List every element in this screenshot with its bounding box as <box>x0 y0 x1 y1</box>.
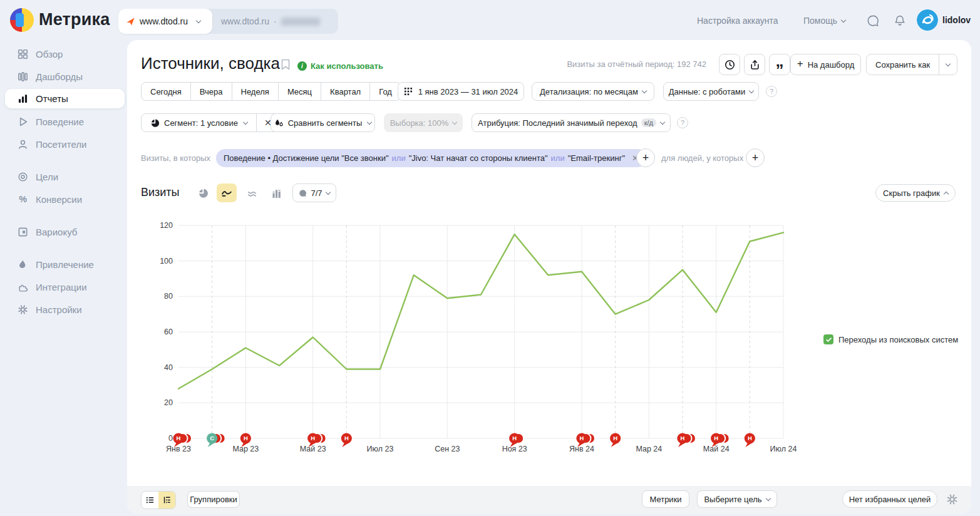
period-preset-вчера[interactable]: Вчера <box>191 83 232 100</box>
compare-segments-dropdown[interactable]: Сравнить сегменты <box>271 113 375 132</box>
export-button[interactable] <box>744 54 765 75</box>
clock-icon <box>725 59 735 70</box>
svg-text:Мар 24: Мар 24 <box>636 445 662 453</box>
help-question-icon[interactable]: ? <box>677 117 688 128</box>
list-view-button[interactable] <box>142 492 158 508</box>
chevron-down-icon <box>196 18 201 23</box>
attraction-icon <box>18 259 28 270</box>
plus-icon: + <box>797 58 803 70</box>
add-people-condition-button[interactable]: + <box>746 148 765 167</box>
period-preset-квартал[interactable]: Квартал <box>321 83 370 100</box>
line-chart-canvas[interactable]: 020406080100120Янв 23Мар 23Май 23Июл 23С… <box>127 219 941 482</box>
sidebar-item-настройки[interactable]: Настройки <box>5 300 125 319</box>
sidebar-item-посетители[interactable]: Посетители <box>5 135 125 154</box>
counter-tab-active[interactable]: www.dtod.ru <box>118 9 212 34</box>
line-chart-icon <box>221 187 232 199</box>
favorite-goals-pill[interactable]: Нет избранных целей <box>842 490 937 508</box>
help-menu[interactable]: Помощь <box>803 16 845 26</box>
checkbox-checked-icon[interactable] <box>823 334 833 344</box>
legend-item-search-traffic[interactable]: Переходы из поисковых систем <box>823 334 958 344</box>
chart-type-pie-button[interactable] <box>193 183 213 202</box>
sidebar-item-дашборды[interactable]: Дашборды <box>5 67 125 86</box>
add-to-dashboard-button[interactable]: + На дашборд <box>790 54 861 75</box>
how-to-use-link[interactable]: i Как использовать <box>297 61 383 71</box>
metrics-button[interactable]: Метрики <box>642 490 689 508</box>
period-preset-год[interactable]: Год <box>370 83 401 100</box>
hide-chart-button[interactable]: Скрыть график <box>875 184 956 202</box>
period-preset-сегодня[interactable]: Сегодня <box>142 83 191 100</box>
chart-type-columns-button[interactable] <box>266 183 286 202</box>
period-preset-неделя[interactable]: Неделя <box>232 83 279 100</box>
sidebar-item-обзор[interactable]: Обзор <box>5 44 125 64</box>
chart-type-area-button[interactable] <box>242 183 262 202</box>
segment-group: Сегмент: 1 условие ✕ <box>141 113 280 132</box>
period-preset-месяц[interactable]: Месяц <box>279 83 321 100</box>
groupings-button[interactable]: Группировки <box>187 491 240 508</box>
sidebar-item-привлечение[interactable]: Привлечение <box>5 255 125 274</box>
sidebar-item-отчеты[interactable]: Отчеты <box>5 89 125 108</box>
save-as-menu-button[interactable] <box>939 54 957 75</box>
chip-condition-text: "Email-трекинг" <box>568 153 625 163</box>
svg-text:Ноя 23: Ноя 23 <box>502 445 527 453</box>
table-toolbar: Группировки Метрики Выберите цель Нет из… <box>127 486 971 513</box>
svg-text:Июл 24: Июл 24 <box>770 445 797 453</box>
chart-type-line-button[interactable] <box>217 183 237 202</box>
detail-dropdown[interactable]: Детализация: по месяцам <box>532 82 654 101</box>
svg-text:Май 23: Май 23 <box>300 445 326 453</box>
save-as-button[interactable]: Сохранить как <box>867 54 939 75</box>
tree-icon <box>162 495 172 505</box>
sidebar-item-вариокуб[interactable]: Вариокуб <box>5 222 125 242</box>
add-visit-condition-button[interactable]: + <box>636 148 655 167</box>
notifications-bell-icon[interactable] <box>894 14 906 27</box>
metrica-app: Метрика www.dtod.ru www.dtod.ru · Настро… <box>0 0 980 516</box>
filter-people-label: для людей, у которых <box>661 153 743 163</box>
segment-dropdown[interactable]: Сегмент: 1 условие <box>142 114 257 132</box>
tree-view-button[interactable] <box>158 492 175 508</box>
chevron-down-icon <box>765 495 770 500</box>
attribution-badge: к/д <box>641 118 656 127</box>
gear-icon[interactable] <box>946 493 958 505</box>
period-presets-group: СегодняВчераНеделяМесяцКварталГод <box>141 82 401 101</box>
annotations-button[interactable]: „ <box>769 54 790 75</box>
goals-icon <box>18 172 28 182</box>
attribution-dropdown[interactable]: Атрибуция: Последний значимый переход к/… <box>472 113 671 132</box>
how-to-use-label: Как использовать <box>311 61 383 71</box>
info-icon: i <box>297 61 307 71</box>
account-settings-link[interactable]: Настройка аккаунта <box>697 16 778 26</box>
help-question-icon[interactable]: ? <box>766 86 777 97</box>
sidebar-item-label: Обзор <box>36 49 63 59</box>
counter-tab2-label: www.dtod.ru <box>221 16 269 26</box>
data-mode-dropdown[interactable]: Данные: с роботами <box>663 82 759 101</box>
sidebar-item-цели[interactable]: Цели <box>5 167 125 187</box>
sidebar-item-интеграции[interactable]: Интеграции <box>5 277 125 297</box>
sidebar-nav: ОбзорДашбордыОтчетыПоведениеПосетителиЦе… <box>0 40 127 516</box>
compare-segments-label: Сравнить сегменты <box>288 118 363 128</box>
annotations-pages-dropdown[interactable]: 7/7 <box>292 183 336 202</box>
sidebar-item-конверсии[interactable]: %Конверсии <box>5 190 125 209</box>
svg-text:Н: Н <box>311 435 315 441</box>
svg-text:Н: Н <box>580 435 584 441</box>
svg-text:Н: Н <box>177 435 181 441</box>
chip-or-connector: или <box>551 153 565 163</box>
svg-text:С: С <box>210 435 214 441</box>
choose-goal-dropdown[interactable]: Выберите цель <box>697 490 777 508</box>
save-as-label: Сохранить как <box>875 60 930 70</box>
svg-text:100: 100 <box>160 257 173 266</box>
segment-pie-icon <box>150 118 160 128</box>
sidebar-item-label: Настройки <box>36 304 82 315</box>
droplets-icon <box>274 118 284 128</box>
history-clock-button[interactable] <box>719 54 740 75</box>
sampling-dropdown[interactable]: Выборка: 100% <box>384 113 463 132</box>
add-to-dashboard-label: На дашборд <box>808 60 855 70</box>
svg-text:%: % <box>19 194 27 204</box>
chat-icon[interactable] <box>867 14 879 27</box>
counter-tab-inactive[interactable]: www.dtod.ru · <box>212 9 338 34</box>
filter-condition-chip[interactable]: Поведение • Достижение цели "Все звонки"… <box>216 149 646 167</box>
username-label[interactable]: lidolov <box>942 15 971 25</box>
sidebar-item-поведение[interactable]: Поведение <box>5 112 125 132</box>
svg-text:Н: Н <box>748 435 752 441</box>
bookmark-icon[interactable] <box>281 59 291 70</box>
conversions-icon: % <box>18 194 28 205</box>
user-avatar[interactable] <box>917 9 938 31</box>
date-range-button[interactable]: 1 янв 2023 — 31 июл 2024 <box>398 82 524 101</box>
